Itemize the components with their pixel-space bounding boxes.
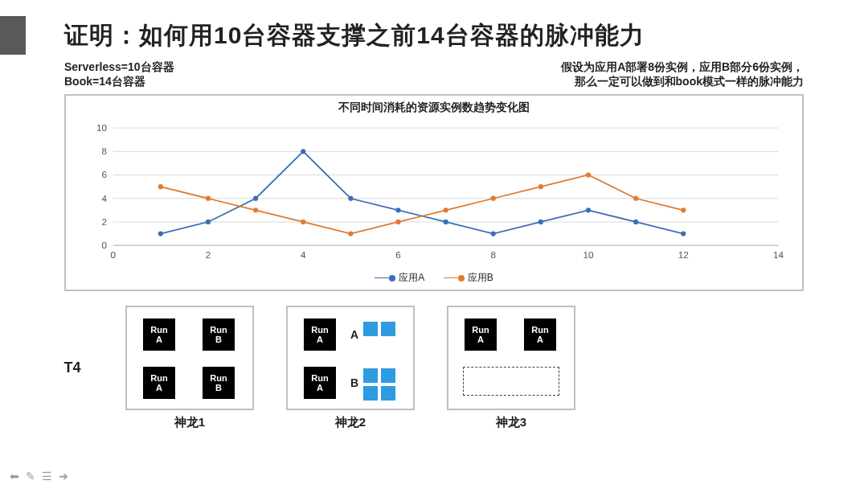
- svg-point-29: [538, 220, 543, 224]
- svg-text:4: 4: [101, 193, 107, 203]
- subtitle-row: Serverless=10台容器 Book=14台容器 假设为应用A部署8份实例…: [64, 60, 804, 89]
- time-label: T4: [48, 360, 96, 376]
- server-box-2-wrap: Run A Run A A B 神龙2: [286, 306, 415, 430]
- svg-text:6: 6: [101, 169, 107, 179]
- svg-point-34: [206, 196, 211, 201]
- page-title: 证明：如何用10台容器支撑之前14台容器的脉冲能力: [64, 19, 820, 52]
- box-caption-1: 神龙1: [125, 415, 254, 430]
- svg-point-26: [395, 208, 400, 212]
- server-box-3: Run A Run A: [447, 306, 575, 410]
- run-a-block: Run A: [304, 318, 336, 351]
- server-box-2: Run A Run A A B: [286, 306, 415, 410]
- server-box-1: Run A Run B Run A Run B: [125, 306, 254, 410]
- run-a-block: Run A: [524, 318, 556, 351]
- legend-label-a: 应用A: [399, 271, 424, 285]
- svg-point-30: [586, 208, 591, 212]
- subtitle-left: Serverless=10台容器 Book=14台容器: [64, 60, 174, 89]
- run-b-block: Run B: [203, 367, 235, 399]
- svg-point-23: [253, 196, 258, 201]
- svg-text:0: 0: [101, 240, 107, 250]
- resource-square: [381, 368, 395, 383]
- svg-text:8: 8: [101, 146, 107, 156]
- resource-square: [381, 386, 395, 401]
- svg-point-28: [491, 231, 496, 236]
- resource-square: [363, 368, 378, 383]
- chart-legend: 应用A 应用B: [74, 269, 794, 285]
- server-box-3-wrap: Run A Run A 神龙3: [447, 306, 575, 430]
- serverless-label: Serverless=10台容器: [64, 60, 174, 75]
- run-a-block: Run A: [304, 367, 336, 399]
- book-label: Book=14台容器: [64, 75, 174, 89]
- svg-point-31: [633, 220, 638, 224]
- svg-point-44: [681, 208, 686, 212]
- assumption-line1: 假设为应用A部署8份实例，应用B部分6份实例，: [561, 60, 804, 75]
- svg-text:10: 10: [583, 249, 594, 260]
- svg-point-39: [443, 208, 448, 212]
- svg-point-22: [206, 220, 211, 224]
- run-a-block: Run A: [143, 318, 175, 351]
- svg-text:6: 6: [395, 249, 401, 260]
- resource-label-a: A: [350, 328, 358, 341]
- svg-point-41: [538, 184, 543, 189]
- box-caption-2: 神龙2: [286, 415, 415, 430]
- svg-point-36: [301, 220, 305, 224]
- resource-square: [363, 322, 378, 336]
- subtitle-right: 假设为应用A部署8份实例，应用B部分6份实例， 那么一定可以做到和book模式一…: [561, 60, 804, 89]
- server-box-1-wrap: Run A Run B Run A Run B 神龙1: [125, 306, 254, 430]
- legend-line-a: [375, 277, 389, 278]
- legend-item-a: 应用A: [375, 271, 424, 285]
- svg-point-24: [301, 149, 305, 154]
- chart-panel: 不同时间消耗的资源实例数趋势变化图 024681002468101214 应用A…: [64, 94, 804, 291]
- legend-dot-a: [389, 275, 395, 281]
- legend-item-b: 应用B: [444, 271, 493, 285]
- line-chart: 024681002468101214: [74, 118, 794, 263]
- svg-text:2: 2: [206, 249, 211, 260]
- svg-point-32: [681, 231, 686, 236]
- run-a-block: Run A: [143, 367, 175, 399]
- diagram-row: T4 Run A Run B Run A Run B 神龙1 Run A Run…: [48, 306, 804, 430]
- resource-square: [363, 386, 378, 401]
- svg-text:14: 14: [773, 249, 784, 260]
- resource-label-b: B: [350, 376, 358, 389]
- legend-line-b: [444, 277, 458, 278]
- svg-point-37: [348, 231, 353, 236]
- assumption-line2: 那么一定可以做到和book模式一样的脉冲能力: [561, 75, 804, 89]
- footer-nav-icons[interactable]: ⬅ ✎ ☰ ➔: [10, 470, 70, 483]
- legend-dot-b: [458, 275, 465, 281]
- run-a-block: Run A: [465, 318, 497, 351]
- svg-text:10: 10: [96, 122, 107, 133]
- svg-point-27: [443, 220, 448, 224]
- svg-point-35: [253, 208, 258, 212]
- svg-point-33: [158, 184, 163, 189]
- svg-text:8: 8: [490, 249, 496, 260]
- svg-point-40: [491, 196, 496, 201]
- svg-point-21: [158, 231, 163, 236]
- empty-slot: [463, 367, 559, 396]
- svg-point-43: [633, 196, 638, 201]
- accent-bar: [0, 16, 26, 55]
- svg-text:2: 2: [101, 216, 107, 227]
- svg-point-38: [395, 220, 400, 224]
- svg-text:0: 0: [110, 249, 116, 260]
- server-boxes: Run A Run B Run A Run B 神龙1 Run A Run A …: [125, 306, 575, 430]
- svg-text:12: 12: [678, 249, 689, 260]
- svg-point-25: [348, 196, 353, 201]
- svg-point-42: [586, 172, 591, 177]
- legend-label-b: 应用B: [468, 271, 493, 285]
- run-b-block: Run B: [203, 318, 235, 351]
- resource-square: [381, 322, 395, 336]
- svg-text:4: 4: [301, 249, 306, 260]
- box-caption-3: 神龙3: [447, 415, 575, 430]
- chart-title: 不同时间消耗的资源实例数趋势变化图: [74, 101, 794, 115]
